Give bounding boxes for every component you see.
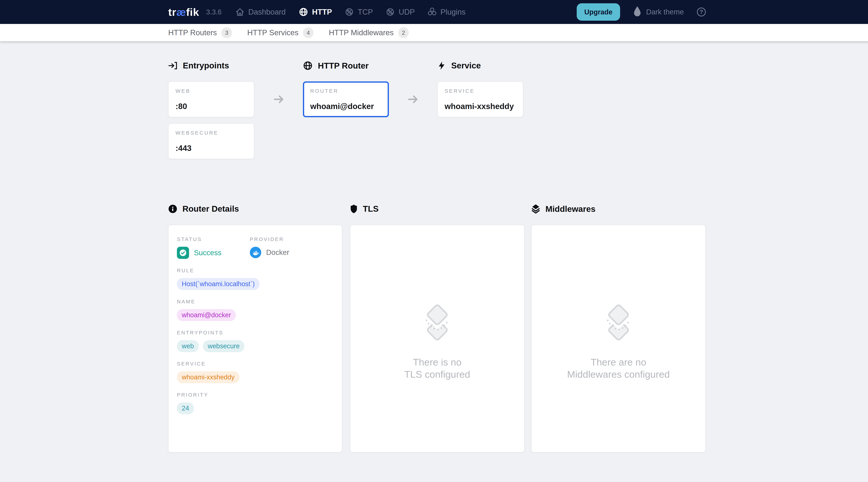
login-arrow-icon <box>168 61 178 70</box>
theme-toggle[interactable]: Dark theme <box>632 6 684 18</box>
svg-text:?: ? <box>700 9 703 15</box>
globe-icon <box>299 7 308 17</box>
proxy-icon <box>386 7 395 17</box>
app-header: træfik 3.3.6 Dashboard <box>0 0 868 24</box>
tls-heading: TLS <box>350 204 379 214</box>
count-badge: 2 <box>398 27 409 38</box>
info-icon <box>168 204 177 213</box>
count-badge: 4 <box>303 27 313 38</box>
tab-http-routers[interactable]: HTTP Routers 3 <box>168 27 232 38</box>
middlewares-card: There are no Middlewares configured <box>531 225 706 452</box>
home-icon <box>236 7 244 17</box>
layers-icon <box>531 204 540 214</box>
traefik-logo[interactable]: træfik <box>168 6 199 18</box>
router-card[interactable]: ROUTER whoami@docker <box>303 82 389 117</box>
arrow-right-icon <box>274 94 285 105</box>
entrypoint-card-web[interactable]: WEB :80 <box>168 82 254 117</box>
service-heading: Service <box>437 61 481 70</box>
shield-icon <box>350 204 358 214</box>
empty-layers-illustration <box>601 304 636 342</box>
lightning-icon <box>437 61 446 70</box>
docker-icon <box>250 247 261 258</box>
nav-item-udp[interactable]: UDP <box>386 7 415 17</box>
nav-item-dashboard[interactable]: Dashboard <box>236 7 286 17</box>
status-value: Success <box>194 249 221 257</box>
main-nav: Dashboard HTTP TCP <box>236 7 465 17</box>
middlewares-heading: Middlewares <box>531 204 595 214</box>
success-check-icon <box>177 247 189 259</box>
nav-item-tcp[interactable]: TCP <box>345 7 373 17</box>
arrow-right-icon <box>408 94 419 105</box>
tls-empty-message: There is no TLS configured <box>404 356 470 381</box>
globe-icon <box>303 61 313 70</box>
tab-http-services[interactable]: HTTP Services 4 <box>247 27 313 38</box>
proxy-icon <box>345 7 354 17</box>
router-detail-page: Entrypoints HTTP Router Service WEB :80 <box>168 41 706 482</box>
sub-tabbar: HTTP Routers 3 HTTP Services 4 HTTP Midd… <box>0 24 868 41</box>
router-name-pill: whoami@docker <box>177 309 236 321</box>
router-details-heading: Router Details <box>168 204 239 214</box>
router-details-card: STATUS Success PROVIDER <box>168 225 342 452</box>
droplet-icon <box>632 6 642 18</box>
nav-item-plugins[interactable]: Plugins <box>428 7 465 17</box>
version-label: 3.3.6 <box>206 8 221 16</box>
entrypoint-pill-websecure: websecure <box>203 340 245 352</box>
entrypoint-card-websecure[interactable]: WEBSECURE :443 <box>168 123 254 159</box>
count-badge: 3 <box>221 27 232 38</box>
priority-pill: 24 <box>177 402 194 414</box>
provider-value: Docker <box>266 248 289 257</box>
nav-item-http[interactable]: HTTP <box>299 7 332 17</box>
hexagons-icon <box>428 7 437 17</box>
entrypoint-pill-web: web <box>177 340 199 352</box>
tls-card: There is no TLS configured <box>350 225 524 452</box>
traefik-dashboard: træfik 3.3.6 Dashboard <box>0 0 868 482</box>
service-pill: whoami-xxsheddy <box>177 371 239 383</box>
entrypoints-heading: Entrypoints <box>168 61 229 70</box>
rule-pill: Host(`whoami.localhost`) <box>177 278 259 290</box>
middlewares-empty-message: There are no Middlewares configured <box>567 356 670 381</box>
http-router-heading: HTTP Router <box>303 61 369 70</box>
tab-http-middlewares[interactable]: HTTP Middlewares 2 <box>329 27 409 38</box>
service-card[interactable]: SERVICE whoami-xxsheddy <box>437 82 523 117</box>
help-icon[interactable]: ? <box>696 7 706 17</box>
empty-layers-illustration <box>420 304 455 342</box>
upgrade-button[interactable]: Upgrade <box>577 3 620 21</box>
